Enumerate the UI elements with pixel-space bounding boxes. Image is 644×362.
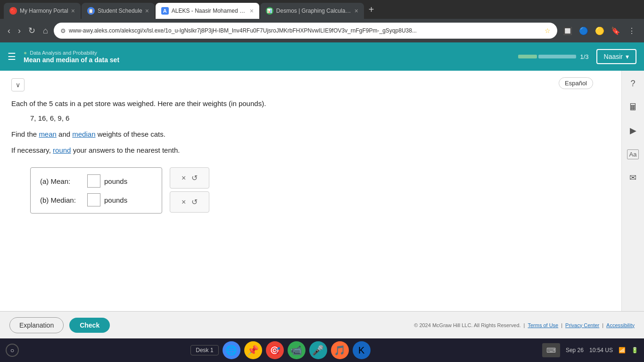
header-main-title: Mean and median of a data set xyxy=(24,56,511,64)
tab-close-aleks[interactable]: × xyxy=(250,7,254,15)
play-icon: ▶ xyxy=(630,125,636,136)
help-icon-btn[interactable]: ? xyxy=(625,75,641,91)
font-icon-btn[interactable]: Aa xyxy=(625,146,641,162)
tab-aleks[interactable]: A ALEKS - Naasir Mohamed - Lea... × xyxy=(156,3,259,19)
accessibility-link[interactable]: Accessibility xyxy=(606,322,635,328)
taskbar-apps: Desk 1 🌐 📌 🎯 📹 🎤 🎵 K xyxy=(23,341,538,359)
privacy-link[interactable]: Privacy Center xyxy=(565,322,599,328)
espanol-button[interactable]: Español xyxy=(559,77,593,89)
chrome-app[interactable]: 🌐 xyxy=(223,341,240,359)
separator-1: | xyxy=(524,322,525,328)
tab-close-schedule[interactable]: × xyxy=(145,7,149,15)
user-menu-button[interactable]: Naasir ▾ xyxy=(596,49,636,64)
median-action-row[interactable]: × ↺ xyxy=(170,191,209,213)
check-button[interactable]: Check xyxy=(69,318,110,333)
mean-action-row[interactable]: × ↺ xyxy=(170,167,209,189)
median-undo-icon: ↺ xyxy=(191,197,198,206)
red-app-icon: 🎯 xyxy=(269,345,281,356)
video-icon-btn[interactable]: ▶ xyxy=(625,123,641,139)
browser-actions: 🔲 🔵 🟡 🔖 ⋮ xyxy=(561,24,638,37)
header-subtitle-area: ● Data Analysis and Probability xyxy=(24,49,511,56)
keyboard-icon-btn[interactable]: ⌨ xyxy=(542,343,560,357)
tab-label-desmos: Desmos | Graphing Calculator xyxy=(276,8,352,14)
tab-my-harmony[interactable]: 🔴 My Harmony Portal × xyxy=(4,3,81,19)
dot-icon: ● xyxy=(24,49,27,56)
extension-btn-2[interactable]: 🔵 xyxy=(577,24,590,37)
yellow-app-icon: 📌 xyxy=(247,345,259,356)
home-button[interactable]: ⌂ xyxy=(41,24,50,38)
tab-label-harmony: My Harmony Portal xyxy=(20,8,68,14)
collapse-button[interactable]: ∨ xyxy=(11,78,25,91)
forward-button[interactable]: › xyxy=(16,24,23,38)
separator-2: | xyxy=(561,322,562,328)
tab-icon-schedule: 📋 xyxy=(87,7,95,15)
progress-area: 1/3 xyxy=(518,53,588,60)
median-unit: pounds xyxy=(104,196,127,204)
median-input[interactable] xyxy=(87,193,100,206)
url-bar[interactable]: ⚙ www-awy.aleks.com/alekscgi/x/lsl.exe/1… xyxy=(54,23,557,39)
lock-icon: ⚙ xyxy=(60,27,66,34)
find-text: Find the xyxy=(11,130,39,138)
tab-icon-harmony: 🔴 xyxy=(9,7,17,15)
tab-student-schedule[interactable]: 📋 Student Schedule × xyxy=(82,3,155,19)
mean-link[interactable]: mean xyxy=(39,130,57,138)
separator-3: | xyxy=(602,322,603,328)
progress-empty xyxy=(538,55,576,58)
calculator-icon-btn[interactable]: 🖩 xyxy=(625,99,641,115)
reload-button[interactable]: ↻ xyxy=(26,24,37,38)
desk-button[interactable]: Desk 1 xyxy=(190,345,218,355)
copyright-area: © 2024 McGraw Hill LLC. All Rights Reser… xyxy=(414,322,635,328)
explanation-button[interactable]: Explanation xyxy=(9,317,64,333)
menu-button[interactable]: ⋮ xyxy=(625,24,638,37)
bottom-bar: Explanation Check © 2024 McGraw Hill LLC… xyxy=(0,311,644,338)
tab-icon-desmos: 📊 xyxy=(266,7,273,15)
keyboard-icon: ⌨ xyxy=(546,346,556,354)
median-label: (b) Median: xyxy=(40,196,87,204)
app-orange[interactable]: 🎵 xyxy=(331,341,349,359)
extension-btn-3[interactable]: 🟡 xyxy=(593,24,606,37)
app-red[interactable]: 🎯 xyxy=(266,341,284,359)
espanol-label: Español xyxy=(565,80,587,87)
windows-button[interactable]: ○ xyxy=(6,344,19,357)
problem-text-2: Find the mean and median weights of thes… xyxy=(11,129,610,140)
tab-close-harmony[interactable]: × xyxy=(71,7,75,15)
orange-app-icon: 🎵 xyxy=(334,345,346,356)
problem-text-1: Each of the 5 cats in a pet store was we… xyxy=(11,98,610,109)
tab-bar: 🔴 My Harmony Portal × 📋 Student Schedule… xyxy=(0,0,644,19)
median-link[interactable]: median xyxy=(72,130,95,138)
round-link[interactable]: round xyxy=(53,146,71,154)
median-row: (b) Median: pounds xyxy=(40,193,152,206)
progress-bar xyxy=(518,55,576,58)
tab-label-schedule: Student Schedule xyxy=(98,8,142,14)
median-clear-icon: × xyxy=(182,198,186,206)
hamburger-menu[interactable]: ☰ xyxy=(8,51,16,62)
user-chevron-icon: ▾ xyxy=(626,53,629,60)
desk-label: Desk 1 xyxy=(196,347,213,354)
url-text: www-awy.aleks.com/alekscgi/x/lsl.exe/1o_… xyxy=(69,27,542,34)
app-yellow[interactable]: 📌 xyxy=(244,341,262,359)
and-text: and xyxy=(58,130,72,138)
taskbar: ○ Desk 1 🌐 📌 🎯 📹 🎤 🎵 K ⌨ Sep 26 1 xyxy=(0,338,644,362)
progress-text: 1/3 xyxy=(580,53,588,60)
progress-filled xyxy=(518,55,537,58)
back-button[interactable]: ‹ xyxy=(6,24,12,38)
address-bar: ‹ › ↻ ⌂ ⚙ www-awy.aleks.com/alekscgi/x/l… xyxy=(0,19,644,42)
problem-text-3: If necessary, round your answers to the … xyxy=(11,145,610,156)
tab-close-desmos[interactable]: × xyxy=(355,7,358,15)
mail-icon-btn[interactable]: ✉ xyxy=(625,170,641,186)
mean-input[interactable] xyxy=(87,174,100,188)
new-tab-button[interactable]: + xyxy=(365,4,378,15)
star-icon[interactable]: ☆ xyxy=(545,27,551,34)
tab-desmos[interactable]: 📊 Desmos | Graphing Calculator × xyxy=(260,3,364,19)
wifi-icon: 📶 xyxy=(619,347,626,354)
extension-btn-4[interactable]: 🔖 xyxy=(609,24,622,37)
app-green[interactable]: 📹 xyxy=(288,341,305,359)
tab-label-aleks: ALEKS - Naasir Mohamed - Lea... xyxy=(172,8,247,14)
app-teal[interactable]: 🎤 xyxy=(309,341,327,359)
input-area-wrapper: (a) Mean: pounds (b) Median: pounds × ↺ … xyxy=(11,161,610,214)
question-mark-icon: ? xyxy=(630,79,635,89)
extension-btn-1[interactable]: 🔲 xyxy=(561,24,574,37)
mean-clear-icon: × xyxy=(182,174,186,182)
app-blue[interactable]: K xyxy=(353,341,371,359)
terms-link[interactable]: Terms of Use xyxy=(528,322,558,328)
